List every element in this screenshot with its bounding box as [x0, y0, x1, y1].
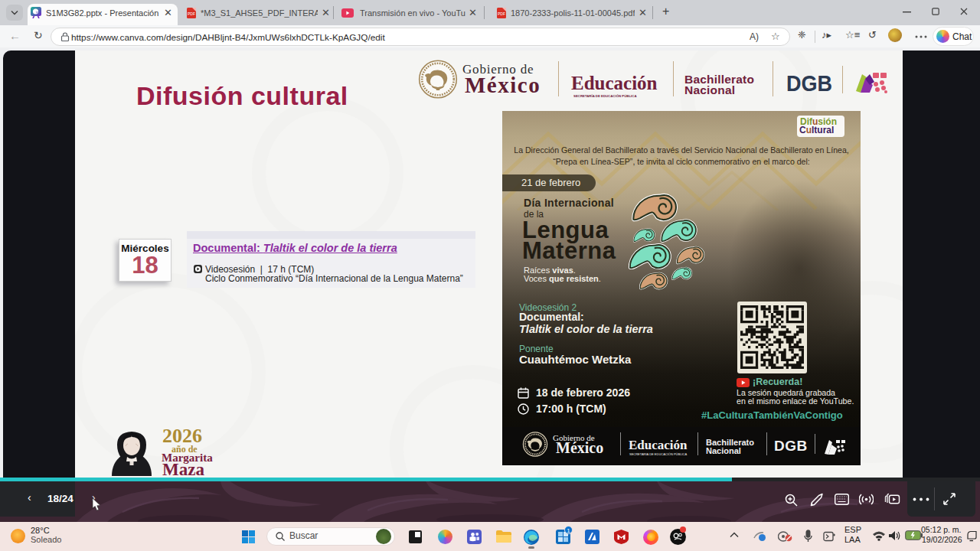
svg-text:PDF: PDF — [498, 11, 505, 16]
svg-text:PDF: PDF — [188, 11, 195, 16]
